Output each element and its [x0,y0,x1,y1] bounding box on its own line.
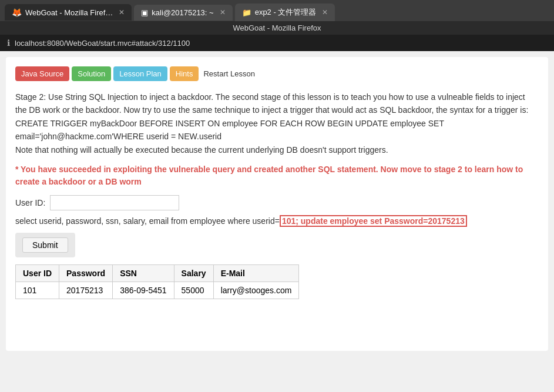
col-userid: User ID [16,264,59,282]
browser-chrome: 🦊 WebGoat - Mozilla Firef… ✕ ▣ kali@2017… [0,0,554,51]
tab-terminal-close[interactable]: ✕ [220,8,226,16]
page-content: Java Source Solution Lesson Plan Hints R… [6,57,548,351]
folder-icon: 📁 [242,8,251,17]
tab-files[interactable]: 📁 exp2 - 文件管理器 ✕ [235,4,335,21]
tab-webgoat-label: WebGoat - Mozilla Firef… [25,8,113,17]
table-cell: 101 [16,282,59,299]
user-id-row: User ID: [15,195,539,210]
hints-button[interactable]: Hints [170,66,199,81]
terminal-icon: ▣ [141,8,148,17]
col-salary: Salary [174,264,213,282]
user-id-input[interactable] [50,195,179,210]
tab-files-label: exp2 - 文件管理器 [255,7,317,18]
sql-injected: 101; update employee set Password=201752… [280,215,467,227]
table-cell: 55000 [174,282,213,299]
col-password: Password [59,264,113,282]
table-cell: 20175213 [59,282,113,299]
java-source-button[interactable]: Java Source [15,66,69,81]
sql-prefix: select userid, password, ssn, salary, em… [15,216,280,226]
table-row: 10120175213386-09-545155000larry@stooges… [16,282,299,299]
sql-display: select userid, password, ssn, salary, em… [15,216,539,226]
col-email: E-Mail [213,264,299,282]
table-cell: 386-09-5451 [113,282,174,299]
col-ssn: SSN [113,264,174,282]
tab-terminal[interactable]: ▣ kali@20175213: ~ ✕ [134,5,232,21]
submit-area: Submit [15,233,75,257]
solution-button[interactable]: Solution [72,66,111,81]
table-cell: larry@stooges.com [213,282,299,299]
submit-button[interactable]: Submit [22,237,68,253]
firefox-icon: 🦊 [12,8,22,17]
success-message: * You have succeeded in exploiting the v… [15,163,539,188]
lesson-plan-button[interactable]: Lesson Plan [113,66,167,81]
restart-lesson-button[interactable]: Restart Lesson [201,66,257,81]
browser-title: WebGoat - Mozilla Firefox [0,21,554,35]
lesson-toolbar: Java Source Solution Lesson Plan Hints R… [15,66,539,81]
address-bar: ℹ localhost:8080/WebGoat/start.mvc#attac… [0,35,554,51]
tab-webgoat[interactable]: 🦊 WebGoat - Mozilla Firef… ✕ [5,4,132,21]
lesson-description: Stage 2: Use String SQL Injection to inj… [15,91,539,156]
tab-files-close[interactable]: ✕ [322,8,328,16]
address-input[interactable]: localhost:8080/WebGoat/start.mvc#attack/… [15,39,547,48]
info-icon: ℹ [7,38,10,48]
tab-webgoat-close[interactable]: ✕ [119,8,125,16]
table-header-row: User ID Password SSN Salary E-Mail [16,264,299,282]
tab-terminal-label: kali@20175213: ~ [152,8,213,17]
results-table: User ID Password SSN Salary E-Mail 10120… [15,264,299,299]
user-id-label: User ID: [15,198,45,207]
browser-tabs: 🦊 WebGoat - Mozilla Firef… ✕ ▣ kali@2017… [0,0,554,21]
